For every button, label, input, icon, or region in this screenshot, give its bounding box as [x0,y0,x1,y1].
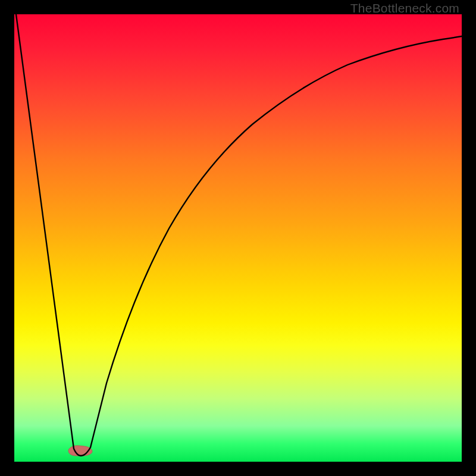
chart-svg [14,14,462,462]
plot-area [14,14,462,462]
marker-icon [68,446,92,456]
curve-line [16,14,462,456]
watermark-text: TheBottleneck.com [350,1,459,15]
chart-frame: TheBottleneck.com [0,0,476,476]
